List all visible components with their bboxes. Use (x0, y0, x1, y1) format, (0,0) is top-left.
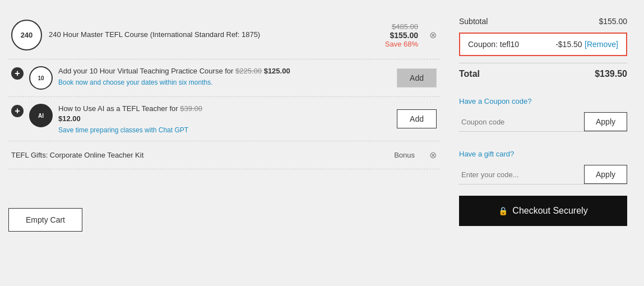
upsell-badge-ai: AI (29, 104, 53, 127)
coupon-section-link[interactable]: Have a Coupon code? (459, 97, 627, 105)
coupon-applied-box: Coupon: tefl10 -$15.50 [Remove] (459, 33, 627, 56)
price-original: $485.00 (385, 22, 418, 31)
upsell-subtitle-2: Save time preparing classes with Chat GP… (58, 126, 391, 134)
upsell-plus-icon-2: + (11, 105, 24, 117)
upsell-price-current-1: $125.00 (264, 67, 290, 75)
item-details: 240 Hour Master TEFL Course (Internation… (49, 30, 378, 40)
chat-gpt-link[interactable]: Chat GPT (159, 126, 188, 134)
item-badge-240: 240 (11, 20, 42, 50)
bonus-row: TEFL Gifts: Corporate Online Teacher Kit… (8, 141, 439, 169)
coupon-input[interactable] (459, 112, 584, 131)
gift-apply-button[interactable]: Apply (584, 165, 627, 184)
bonus-badge: Bonus (394, 151, 415, 159)
upsell-item-1: + 10 Add your 10 Hour Virtual Teaching P… (8, 59, 439, 97)
upsell-title-2: How to Use AI as a TEFL Teacher for $39.… (58, 104, 391, 124)
gift-section-link[interactable]: Have a gift card? (459, 150, 627, 158)
gift-input[interactable] (459, 165, 584, 184)
total-label: Total (459, 69, 480, 79)
coupon-applied-value-group: -$15.50 [Remove] (555, 39, 618, 49)
upsell-price-original-2: $39.00 (180, 104, 202, 113)
cart-item-main: 240 240 Hour Master TEFL Course (Interna… (8, 11, 439, 59)
coupon-applied-label: Coupon: tefl10 (468, 40, 519, 49)
coupon-input-row: Apply (459, 112, 627, 132)
total-value: $139.50 (595, 69, 627, 79)
summary-panel: Subtotal $155.00 Coupon: tefl10 -$15.50 … (448, 6, 638, 237)
coupon-discount-value: -$15.50 (555, 40, 582, 49)
upsell-details-2: How to Use AI as a TEFL Teacher for $39.… (58, 104, 391, 134)
remove-coupon-link[interactable]: [Remove] (585, 40, 618, 49)
upsell-plus-icon-1: + (11, 67, 24, 80)
item-title: 240 Hour Master TEFL Course (Internation… (49, 30, 378, 40)
price-current: $155.00 (385, 31, 418, 40)
bonus-title: TEFL Gifts: Corporate Online Teacher Kit (11, 151, 388, 159)
upsell-item-2: + AI How to Use AI as a TEFL Teacher for… (8, 97, 439, 141)
checkout-button[interactable]: 🔒 Checkout Securely (459, 196, 627, 226)
price-save: Save 68% (385, 40, 418, 48)
subtotal-label: Subtotal (459, 17, 488, 26)
upsell-title-1: Add your 10 Hour Virtual Teaching Practi… (58, 66, 391, 76)
subtotal-value: $155.00 (599, 17, 627, 26)
item-pricing: $485.00 $155.00 Save 68% (385, 22, 418, 48)
remove-main-item-button[interactable]: ⊗ (429, 30, 437, 40)
add-upsell-2-button[interactable]: Add (397, 109, 437, 128)
add-upsell-1-button[interactable]: Add (397, 68, 437, 87)
checkout-label: Checkout Securely (512, 206, 587, 216)
subtotal-row: Subtotal $155.00 (459, 17, 627, 26)
upsell-price-original-1: $225.00 (235, 67, 262, 75)
page-container: 240 240 Hour Master TEFL Course (Interna… (6, 6, 638, 237)
lock-icon: 🔒 (498, 206, 508, 215)
gift-input-row: Apply (459, 165, 627, 184)
empty-cart-section: Empty Cart (8, 197, 439, 232)
remove-bonus-button[interactable]: ⊗ (429, 150, 437, 160)
coupon-apply-button[interactable]: Apply (584, 112, 627, 131)
cart-panel: 240 240 Hour Master TEFL Course (Interna… (6, 6, 442, 237)
upsell-details-1: Add your 10 Hour Virtual Teaching Practi… (58, 66, 391, 86)
empty-cart-button[interactable]: Empty Cart (8, 208, 82, 232)
upsell-subtitle-1: Book now and choose your dates within si… (58, 79, 391, 86)
upsell-price-current-2: $12.00 (58, 114, 81, 123)
total-row: Total $139.50 (459, 63, 627, 79)
upsell-badge-10: 10 (29, 66, 53, 90)
